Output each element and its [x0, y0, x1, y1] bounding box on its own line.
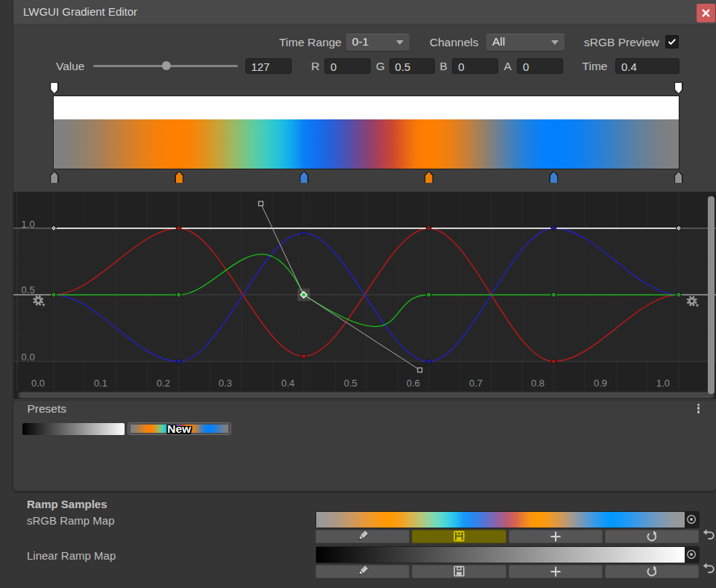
svg-text:0.1: 0.1 [94, 378, 107, 389]
svg-text:0.6: 0.6 [406, 378, 420, 389]
svg-text:0.2: 0.2 [157, 378, 170, 389]
svg-text:0.3: 0.3 [219, 378, 232, 389]
svg-text:0.0: 0.0 [31, 378, 45, 389]
svg-text:1.0: 1.0 [22, 219, 35, 230]
svg-text:1.0: 1.0 [656, 378, 670, 389]
svg-text:0.7: 0.7 [469, 378, 483, 389]
svg-text:0.9: 0.9 [594, 378, 607, 389]
svg-text:0.4: 0.4 [281, 378, 295, 389]
svg-text:0.8: 0.8 [531, 378, 544, 389]
svg-text:0.5: 0.5 [22, 284, 35, 295]
svg-text:0.5: 0.5 [344, 378, 357, 389]
svg-text:0.0: 0.0 [22, 351, 35, 363]
